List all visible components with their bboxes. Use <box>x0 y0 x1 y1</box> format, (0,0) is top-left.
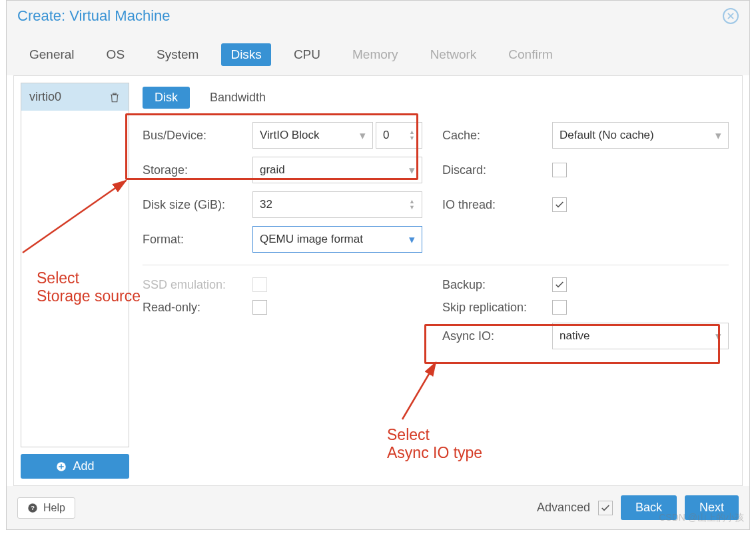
disk-form: Disk Bandwidth Bus/Device: VirtIO Block … <box>129 76 742 485</box>
check-icon <box>554 199 565 210</box>
wizard-tabs: General OS System Disks CPU Memory Netwo… <box>7 30 749 75</box>
iothread-row: IO thread: <box>442 191 729 218</box>
bus-device-select[interactable]: VirtIO Block ▾ <box>252 122 373 149</box>
disk-subtabs: Disk Bandwidth <box>143 87 729 109</box>
disksize-input[interactable]: 32 ▲▼ <box>252 191 422 218</box>
svg-text:?: ? <box>31 505 35 511</box>
subtab-bandwidth[interactable]: Bandwidth <box>198 87 278 109</box>
tab-memory: Memory <box>343 43 408 66</box>
chevron-down-icon: ▾ <box>409 233 415 247</box>
chevron-down-icon: ▾ <box>715 329 721 343</box>
form-grid: Bus/Device: VirtIO Block ▾ 0 ▲▼ Cache: <box>143 122 729 349</box>
disk-list: virtio0 <box>21 83 129 447</box>
chevron-down-icon: ▾ <box>360 129 366 143</box>
discard-row: Discard: <box>442 157 729 183</box>
iothread-label: IO thread: <box>442 198 552 212</box>
dialog-create-vm: Create: Virtual Machine General OS Syste… <box>6 0 750 530</box>
format-select[interactable]: QEMU image format ▾ <box>252 226 422 253</box>
help-button[interactable]: ? Help <box>17 497 75 519</box>
skiprep-row: Skip replication: <box>442 300 729 315</box>
asyncio-select[interactable]: native ▾ <box>552 323 729 349</box>
close-icon <box>726 11 735 21</box>
tab-disks[interactable]: Disks <box>221 43 270 66</box>
cache-row: Cache: Default (No cache) ▾ <box>442 122 729 149</box>
advanced-label: Advanced <box>537 501 590 515</box>
backup-label: Backup: <box>442 278 552 292</box>
advanced-checkbox[interactable] <box>598 501 613 515</box>
readonly-label: Read-only: <box>143 301 252 315</box>
svg-line-2 <box>402 363 436 419</box>
format-row: Format: QEMU image format ▾ <box>143 226 422 253</box>
disk-item-virtio0[interactable]: virtio0 <box>21 83 129 111</box>
readonly-row: Read-only: <box>143 300 422 315</box>
trash-icon[interactable] <box>109 91 121 103</box>
asyncio-row: Async IO: native ▾ <box>442 323 729 349</box>
help-icon: ? <box>27 503 38 513</box>
dialog-header: Create: Virtual Machine <box>7 1 749 30</box>
dialog-footer: ? Help Advanced Back Next <box>7 486 749 529</box>
annotation-arrow-asyncio <box>396 356 449 423</box>
format-label: Format: <box>143 233 252 247</box>
add-disk-button[interactable]: Add <box>21 454 129 479</box>
check-icon <box>600 503 611 513</box>
disksize-label: Disk size (GiB): <box>143 198 252 212</box>
plus-circle-icon <box>55 461 67 473</box>
disk-item-label: virtio0 <box>29 90 61 104</box>
dialog-title: Create: Virtual Machine <box>17 7 171 25</box>
dialog-body: virtio0 Add Disk Bandwidth Bus/Device: <box>13 75 743 486</box>
form-separator <box>143 265 729 265</box>
asyncio-label: Async IO: <box>442 329 552 343</box>
discard-checkbox[interactable] <box>552 163 567 177</box>
check-icon <box>554 279 565 290</box>
tab-cpu[interactable]: CPU <box>284 43 330 66</box>
bus-device-row: Bus/Device: VirtIO Block ▾ 0 ▲▼ <box>143 122 422 149</box>
chevron-down-icon: ▾ <box>409 163 415 177</box>
storage-label: Storage: <box>143 163 252 177</box>
disk-sidebar: virtio0 Add <box>14 76 129 485</box>
backup-row: Backup: <box>442 277 729 292</box>
bus-device-label: Bus/Device: <box>143 129 252 143</box>
tab-system[interactable]: System <box>147 43 208 66</box>
bus-index-input[interactable]: 0 ▲▼ <box>376 122 422 149</box>
spinner-icon: ▲▼ <box>409 129 415 141</box>
disksize-row: Disk size (GiB): 32 ▲▼ <box>143 191 422 218</box>
discard-label: Discard: <box>442 163 552 177</box>
tab-general[interactable]: General <box>20 43 84 66</box>
cache-select[interactable]: Default (No cache) ▾ <box>552 122 729 149</box>
tab-os[interactable]: OS <box>97 43 134 66</box>
storage-select[interactable]: graid ▾ <box>252 157 422 183</box>
ssd-checkbox <box>252 277 267 292</box>
storage-row: Storage: graid ▾ <box>143 157 422 183</box>
watermark: CSDN @山上的小孩 <box>659 512 744 524</box>
subtab-disk[interactable]: Disk <box>143 87 190 109</box>
readonly-checkbox[interactable] <box>252 300 267 315</box>
cache-label: Cache: <box>442 129 552 143</box>
skiprep-label: Skip replication: <box>442 301 552 315</box>
ssd-label: SSD emulation: <box>143 278 252 292</box>
close-button[interactable] <box>723 8 739 24</box>
tab-network: Network <box>421 43 486 66</box>
spinner-icon: ▲▼ <box>409 199 415 211</box>
backup-checkbox[interactable] <box>552 277 567 292</box>
iothread-checkbox[interactable] <box>552 197 567 212</box>
skiprep-checkbox[interactable] <box>552 300 567 315</box>
tab-confirm: Confirm <box>499 43 562 66</box>
ssd-row: SSD emulation: <box>143 277 422 292</box>
chevron-down-icon: ▾ <box>715 129 721 143</box>
add-button-label: Add <box>73 459 94 473</box>
